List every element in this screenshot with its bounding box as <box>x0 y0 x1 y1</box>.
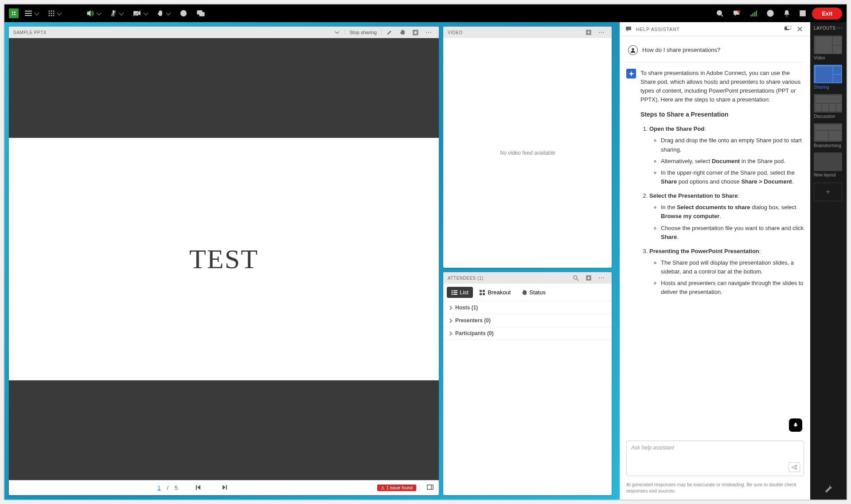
user-message: How do I share presentations? <box>626 42 804 63</box>
layout-video[interactable]: Video <box>810 34 847 63</box>
page-current[interactable]: 1 <box>157 484 160 491</box>
chat-toggle-button[interactable] <box>193 8 208 19</box>
svg-rect-1 <box>25 13 32 14</box>
svg-point-6 <box>49 13 50 14</box>
svg-rect-52 <box>787 26 791 29</box>
add-layout-button[interactable]: + <box>814 183 842 201</box>
assistant-message: To share presentations in Adobe Connect,… <box>626 69 804 302</box>
attendees-tab-breakout[interactable]: Breakout <box>475 287 515 298</box>
svg-point-24 <box>738 10 740 13</box>
help-input[interactable]: Ask help assistant <box>626 441 804 476</box>
attendees-pod-menu-icon[interactable]: ⋯ <box>596 273 607 283</box>
popout-icon[interactable] <box>785 26 791 32</box>
topbar: Exit <box>4 4 847 22</box>
connection-button[interactable] <box>747 8 761 19</box>
layouts-heading: LAYOUTS <box>814 26 835 31</box>
notifications-button[interactable] <box>780 8 793 19</box>
svg-point-41 <box>452 290 453 291</box>
share-pod-menu-icon[interactable]: ⋯ <box>423 27 434 37</box>
svg-point-18 <box>182 12 183 13</box>
share-pod-header: SAMPLE PPTX Stop sharing ⋯ <box>9 27 439 38</box>
pointer-icon[interactable] <box>398 28 408 37</box>
fullscreen-pod-icon[interactable] <box>410 28 421 37</box>
first-slide-button[interactable] <box>195 484 201 492</box>
layout-brainstorming[interactable]: Brainstorming <box>810 121 847 151</box>
send-button[interactable] <box>789 462 800 472</box>
fullscreen-button[interactable] <box>796 8 809 19</box>
svg-rect-44 <box>453 292 457 293</box>
draw-icon[interactable] <box>384 28 395 37</box>
video-empty-state: No video feed available <box>443 38 612 268</box>
svg-rect-40 <box>587 277 590 279</box>
search-button[interactable] <box>713 8 727 19</box>
stop-sharing-button[interactable]: Stop sharing <box>344 30 382 35</box>
svg-point-10 <box>51 15 52 16</box>
attendees-group-participants[interactable]: Participants (0) <box>443 327 612 340</box>
app-logo[interactable] <box>9 8 19 18</box>
svg-rect-2 <box>25 15 32 16</box>
chevron-right-icon <box>448 331 453 336</box>
svg-line-23 <box>721 15 723 16</box>
share-dropdown-icon[interactable] <box>332 30 342 35</box>
exit-button[interactable]: Exit <box>812 8 842 20</box>
menu-button[interactable] <box>21 8 42 19</box>
svg-point-37 <box>574 276 577 279</box>
sidebar-toggle-icon[interactable] <box>427 484 433 491</box>
svg-rect-42 <box>453 290 457 291</box>
svg-rect-32 <box>226 485 227 490</box>
svg-rect-46 <box>453 294 457 295</box>
mic-button[interactable] <box>107 8 127 19</box>
attendees-tab-status[interactable]: Status <box>517 287 550 298</box>
svg-rect-50 <box>483 293 485 295</box>
svg-rect-33 <box>427 485 433 489</box>
svg-point-45 <box>452 293 453 295</box>
next-slide-button[interactable] <box>222 484 227 492</box>
presentation-slide: TEST <box>9 138 439 380</box>
chevron-down-icon <box>119 10 124 15</box>
layout-new[interactable]: New layout <box>810 151 847 180</box>
chevron-down-icon <box>143 10 148 15</box>
svg-rect-31 <box>196 485 197 490</box>
user-avatar-icon <box>628 45 638 55</box>
svg-point-43 <box>452 292 453 293</box>
svg-rect-36 <box>587 31 590 34</box>
svg-point-5 <box>53 11 55 12</box>
step-1: Open the Share Pod: Drag and drop the fi… <box>649 125 804 186</box>
layout-sharing[interactable]: Sharing <box>810 63 847 92</box>
speaker-button[interactable] <box>83 8 104 19</box>
workspace: SAMPLE PPTX Stop sharing ⋯ TEST 1 <box>4 22 620 500</box>
emoji-button[interactable] <box>176 8 191 19</box>
layout-discussion[interactable]: Discussion <box>810 92 847 121</box>
help-button[interactable] <box>763 8 777 19</box>
grid-button[interactable] <box>45 8 65 19</box>
attendees-tab-list[interactable]: List <box>447 287 473 298</box>
video-fullscreen-icon[interactable] <box>584 28 593 36</box>
layouts-menu-icon[interactable]: ⋯ <box>836 24 843 31</box>
tools-button[interactable] <box>822 482 835 495</box>
attendees-search-icon[interactable] <box>571 274 581 282</box>
svg-point-4 <box>51 11 52 12</box>
step-3: Presenting the PowerPoint Presentation: … <box>649 247 804 297</box>
svg-point-11 <box>53 15 55 16</box>
svg-rect-48 <box>483 290 485 292</box>
scroll-down-button[interactable] <box>789 418 802 432</box>
attendees-fullscreen-icon[interactable] <box>584 274 593 282</box>
attendees-pod: ATTENDEES (1) ⋯ List Breakout Status Hos… <box>443 272 612 495</box>
attendees-group-presenters[interactable]: Presenters (0) <box>443 314 612 327</box>
signal-bars-icon <box>750 10 757 16</box>
video-pod-menu-icon[interactable]: ⋯ <box>596 27 607 37</box>
close-icon[interactable]: ✕ <box>795 24 805 34</box>
issue-badge[interactable]: ⚠ 1 issue found <box>377 484 417 491</box>
chat-icon <box>625 26 632 32</box>
raise-hand-button[interactable] <box>154 8 174 19</box>
svg-rect-28 <box>801 12 804 15</box>
assistant-button[interactable] <box>730 8 744 19</box>
video-pod-title: VIDEO <box>448 30 463 35</box>
svg-point-17 <box>181 11 187 16</box>
svg-line-38 <box>577 279 578 281</box>
help-panel-title: HELP ASSISTANT <box>636 27 679 32</box>
camera-button[interactable] <box>129 8 151 19</box>
attendees-group-hosts[interactable]: Hosts (1) <box>443 301 612 314</box>
svg-rect-0 <box>25 11 32 12</box>
svg-point-3 <box>49 11 50 12</box>
